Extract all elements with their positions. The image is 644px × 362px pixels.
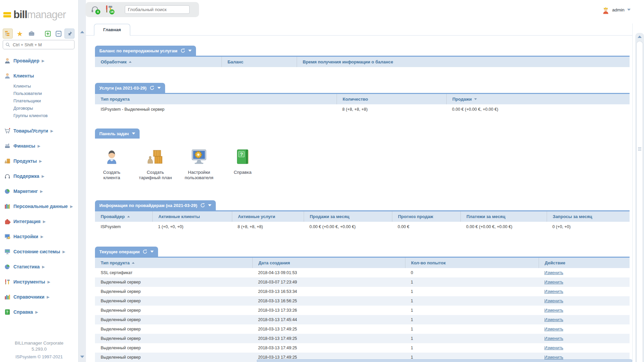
task-create-client[interactable]: Создать клиента xyxy=(95,148,129,180)
sidebar-item-system-state[interactable]: Состояние системы ▶ xyxy=(4,248,78,255)
collapse-icon[interactable] xyxy=(157,87,161,89)
sidebar-item-goods[interactable]: Товары/Услуги ▶ xyxy=(4,127,78,135)
sidebar-item-references[interactable]: Справочники ▶ xyxy=(4,293,78,301)
table-row: Выделенный сервер 2018-03-13 16:56:25 1 … xyxy=(95,296,630,306)
column-header[interactable]: Активные клиенты xyxy=(152,211,232,222)
sidebar-item-finance[interactable]: Финансы ▶ xyxy=(4,142,78,150)
column-header[interactable]: Обработчик xyxy=(95,57,221,67)
edit-link[interactable]: Изменить xyxy=(544,317,563,322)
providers-table-header: Провайдер Активные клиенты Активные услу… xyxy=(95,210,630,222)
column-header[interactable]: Время получения информации о балансе xyxy=(297,57,630,67)
taskbar-section-header[interactable]: Панель задач xyxy=(95,128,140,139)
collapse-icon[interactable] xyxy=(132,133,135,135)
pin-menu-button[interactable] xyxy=(64,29,75,39)
sidebar-item-products[interactable]: Продукты ▶ xyxy=(4,157,78,165)
collapse-icon[interactable] xyxy=(208,204,211,206)
column-header[interactable]: Количество xyxy=(337,94,446,104)
sidebar-item-integration[interactable]: Интеграция ▶ xyxy=(4,218,78,225)
sidebar-item-clients[interactable]: Клиенты xyxy=(4,72,78,80)
column-header[interactable]: Провайдер xyxy=(95,211,152,222)
column-header[interactable]: Тип продукта xyxy=(95,258,252,268)
chevron-right-icon: ▶ xyxy=(62,250,65,254)
collapse-icon[interactable] xyxy=(150,251,154,253)
chevron-right-icon: ▶ xyxy=(35,310,38,314)
logo-text-manager: manager xyxy=(27,9,66,21)
services-section-header[interactable]: Услуги (на 2021-03-29) xyxy=(95,83,165,93)
edit-link[interactable]: Изменить xyxy=(544,270,563,275)
balance-section-header[interactable]: Баланс по перепродажным услугам xyxy=(95,46,196,56)
chevron-right-icon: ▶ xyxy=(42,174,44,178)
providers-section-header[interactable]: Информация по провайдерам (на 2021-03-29… xyxy=(95,200,216,210)
column-header[interactable]: Действие xyxy=(539,258,630,268)
briefcase-button[interactable] xyxy=(27,29,36,38)
edit-link[interactable]: Изменить xyxy=(544,299,563,303)
column-header[interactable]: Баланс xyxy=(221,57,297,67)
column-header[interactable]: Запросы за месяц xyxy=(547,211,630,222)
main-horizontal-scrollbar-thumb[interactable] xyxy=(257,359,632,362)
sidebar-subitem-clients[interactable]: Клиенты xyxy=(13,83,78,90)
edit-link[interactable]: Изменить xyxy=(544,336,563,341)
expand-all-button[interactable] xyxy=(43,29,52,38)
sidebar-item-provider[interactable]: Провайдер ▶ xyxy=(4,57,78,64)
scroll-up-arrow[interactable] xyxy=(80,31,84,33)
sidebar-search xyxy=(3,40,75,49)
sidebar-subitem-users[interactable]: Пользователи xyxy=(13,90,78,97)
edit-link[interactable]: Изменить xyxy=(544,355,563,360)
column-header[interactable]: Тип продукта xyxy=(95,94,337,104)
edit-link[interactable]: Изменить xyxy=(544,289,563,294)
background-tasks-button[interactable]: 16 xyxy=(104,4,114,14)
sidebar-search-input[interactable] xyxy=(12,42,74,48)
column-header[interactable]: Прогноз продаж xyxy=(392,211,460,222)
main-vertical-scrollbar[interactable] xyxy=(635,33,644,362)
refresh-icon[interactable] xyxy=(143,249,147,254)
sidebar-item-statistics[interactable]: Статистика ▶ xyxy=(4,263,78,270)
scroll-down-arrow[interactable] xyxy=(80,356,84,358)
edit-link[interactable]: Изменить xyxy=(544,346,563,350)
providers-section: Информация по провайдерам (на 2021-03-29… xyxy=(95,200,630,232)
column-header[interactable]: Продажи xyxy=(446,94,630,104)
collapse-all-button[interactable] xyxy=(54,29,63,38)
edit-link[interactable]: Изменить xyxy=(544,308,563,313)
tools-icon xyxy=(4,278,11,285)
sidebar-subitem-contracts[interactable]: Договоры xyxy=(13,105,78,112)
sidebar-item-marketing[interactable]: Маркетинг ▶ xyxy=(4,188,78,195)
favorites-button[interactable]: ★ xyxy=(15,29,24,38)
sidebar-subitem-payers[interactable]: Плательщики xyxy=(13,97,78,105)
sidebar-item-help[interactable]: ? Справка ▶ xyxy=(4,308,78,316)
refresh-icon[interactable] xyxy=(150,86,154,90)
scroll-up-arrow[interactable] xyxy=(638,36,642,38)
tab-main[interactable]: Главная xyxy=(94,24,130,36)
global-search-input[interactable] xyxy=(125,5,190,14)
sidebar-subitem-client-groups[interactable]: Группы клиентов xyxy=(13,112,78,119)
services-table-header: Тип продукта Количество Продажи xyxy=(95,93,630,104)
admin-avatar-icon xyxy=(602,5,610,14)
operations-table-header: Тип продукта Дата создания Кол-во попыто… xyxy=(95,257,630,268)
scrollbar-thumb[interactable] xyxy=(636,41,643,362)
sidebar-item-settings[interactable]: Настройки ▶ xyxy=(4,233,78,240)
sidebar-item-personal-data[interactable]: Персональные данные ▶ xyxy=(4,203,78,210)
user-menu[interactable]: admin xyxy=(602,5,631,14)
task-user-settings[interactable]: Настройки пользователя xyxy=(182,148,216,180)
column-header[interactable]: Кол-во попыток xyxy=(405,258,539,268)
refresh-icon[interactable] xyxy=(181,48,185,53)
task-help[interactable]: ? Справка xyxy=(226,148,259,180)
operations-section-header[interactable]: Текущие операции xyxy=(95,247,158,257)
task-create-tariff[interactable]: Создать тарифный план xyxy=(139,148,172,180)
sort-desc-icon xyxy=(474,98,477,100)
column-header[interactable]: Продажи за месяц xyxy=(304,211,392,222)
taskbar-section: Панель задач Создать клиента Создать тар… xyxy=(95,128,630,180)
sidebar-scrollbar[interactable] xyxy=(78,0,86,362)
column-header[interactable]: Платежи за месяц xyxy=(460,211,547,222)
sidebar-item-tools[interactable]: Инструменты ▶ xyxy=(4,278,78,286)
sidebar-item-support[interactable]: Поддержка ▶ xyxy=(4,172,78,180)
edit-link[interactable]: Изменить xyxy=(544,327,563,331)
table-row: Выделенный сервер 2018-03-13 17:49:25 1 … xyxy=(95,334,630,343)
tree-view-button[interactable] xyxy=(3,29,13,39)
column-header[interactable]: Активные услуги xyxy=(232,211,304,222)
column-header[interactable]: Дата создания xyxy=(252,258,405,268)
refresh-icon[interactable] xyxy=(200,203,205,208)
collapse-icon[interactable] xyxy=(188,50,192,52)
chevron-right-icon: ▶ xyxy=(40,189,43,194)
edit-link[interactable]: Изменить xyxy=(544,280,563,285)
support-tickets-button[interactable]: 4 xyxy=(90,4,100,14)
